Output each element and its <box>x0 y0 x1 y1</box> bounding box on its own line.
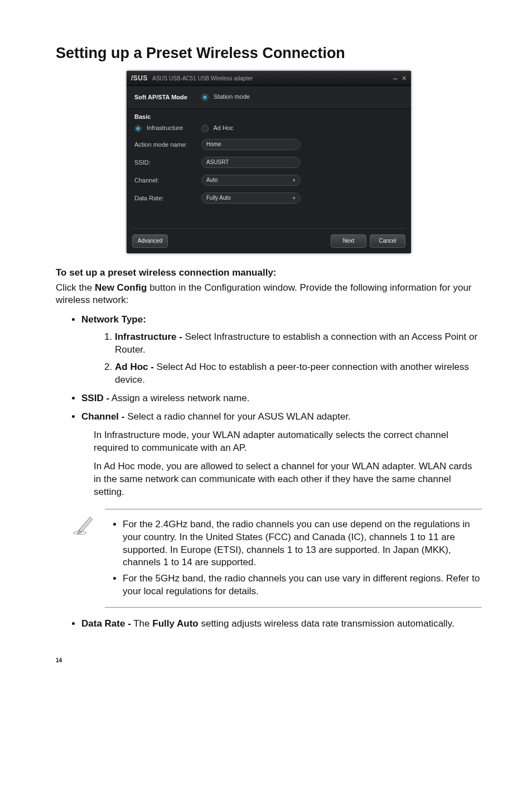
channel-para-1: In Infrastructure mode, your WLAN adapte… <box>94 429 482 455</box>
mode-radio[interactable]: Station mode <box>201 93 250 101</box>
network-type-item: Network Type: Infrastructure - Select In… <box>81 314 482 387</box>
new-config-bold: New Config <box>95 282 147 293</box>
channel-label: Channel: <box>134 177 201 184</box>
setup-intro: Click the New Config button in the Confi… <box>56 282 482 307</box>
text: Select Ad Hoc to establish a peer-to-pee… <box>115 362 469 385</box>
radio-icon <box>134 125 142 132</box>
advanced-button[interactable]: Advanced <box>132 234 168 248</box>
pencil-icon <box>72 509 95 540</box>
channel-item: Channel - Select a radio channel for you… <box>81 411 482 423</box>
text: Click the <box>56 282 95 293</box>
dialog-titlebar: /SUS ASUS USB-AC51 USB Wireless adapter … <box>127 71 411 86</box>
ssid-bold: SSID - <box>81 393 109 403</box>
minimize-icon[interactable]: – <box>393 74 398 83</box>
text: The <box>131 618 152 629</box>
channel-select[interactable]: Auto <box>201 175 301 186</box>
data-rate-item: Data Rate - The Fully Auto setting adjus… <box>81 618 482 630</box>
channel-row: Channel: Auto <box>127 171 411 189</box>
network-type-row: Infrastructure Ad Hoc <box>127 121 411 136</box>
text: Select a radio channel for your ASUS WLA… <box>124 411 350 422</box>
mode-label: Soft AP/STA Mode <box>134 94 201 100</box>
infrastructure-label: Infrastructure <box>147 124 183 131</box>
dialog-window: /SUS ASUS USB-AC51 USB Wireless adapter … <box>127 71 411 253</box>
note-item-2: For the 5GHz band, the radio channels yo… <box>123 572 482 598</box>
dialog-subtitle: ASUS USB-AC51 USB Wireless adapter <box>152 75 253 81</box>
close-icon[interactable]: × <box>402 74 407 83</box>
action-mode-label: Action mode name: <box>134 141 201 148</box>
next-button[interactable]: Next <box>331 234 366 248</box>
ssid-item: SSID - Assign a wireless network name. <box>81 392 482 405</box>
infrastructure-radio[interactable]: Infrastructure <box>134 124 183 131</box>
adhoc-radio[interactable]: Ad Hoc <box>201 124 234 132</box>
page-title: Setting up a Preset Wireless Connection <box>56 45 482 62</box>
note-item-1: For the 2.4GHz band, the radio channels … <box>123 518 482 570</box>
infrastructure-item: Infrastructure - Select Infrastructure t… <box>115 331 482 357</box>
note-block: For the 2.4GHz band, the radio channels … <box>72 509 482 608</box>
ssid-row: SSID: ASUSRT <box>127 153 411 171</box>
radio-icon <box>201 125 209 132</box>
datarate-label: Data Rate: <box>134 195 201 201</box>
datarate-row: Data Rate: Fully Auto <box>127 189 411 207</box>
channel-para-2: In Ad Hoc mode, you are allowed to selec… <box>94 460 482 499</box>
adhoc-bold: Ad Hoc - <box>115 362 154 372</box>
basic-section-label: Basic <box>127 109 411 121</box>
text: setting adjusts wireless data rate trans… <box>199 618 454 629</box>
action-mode-row: Action mode name: Home <box>127 136 411 153</box>
radio-icon <box>201 94 209 101</box>
infrastructure-bold: Infrastructure - <box>115 331 182 342</box>
cancel-button[interactable]: Cancel <box>370 234 405 248</box>
text: Assign a wireless network name. <box>109 393 249 403</box>
mode-row: Soft AP/STA Mode Station mode <box>127 86 411 109</box>
action-mode-input[interactable]: Home <box>201 139 301 150</box>
data-rate-bold: Data Rate - <box>81 618 131 629</box>
channel-bold: Channel - <box>81 411 124 422</box>
adhoc-item: Ad Hoc - Select Ad Hoc to establish a pe… <box>115 361 482 387</box>
fully-auto-bold: Fully Auto <box>152 618 198 629</box>
mode-value: Station mode <box>214 93 250 100</box>
page-number: 14 <box>56 657 482 663</box>
setup-heading: To set up a preset wireless connection m… <box>56 267 482 280</box>
ssid-input[interactable]: ASUSRT <box>201 157 301 168</box>
asus-logo: /SUS <box>131 74 148 82</box>
adhoc-label: Ad Hoc <box>213 124 233 131</box>
datarate-select[interactable]: Fully Auto <box>201 192 301 204</box>
network-type-label: Network Type: <box>81 314 146 325</box>
ssid-label: SSID: <box>134 159 201 166</box>
